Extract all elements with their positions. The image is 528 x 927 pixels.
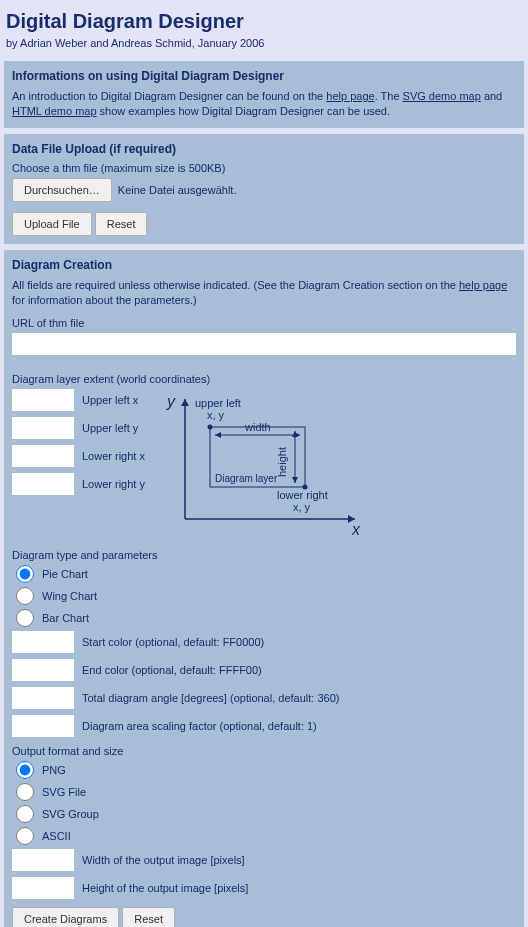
upper-left-x-label: Upper left x xyxy=(82,394,138,406)
svg-marker-8 xyxy=(215,432,221,438)
output-label: Output format and size xyxy=(12,745,516,757)
info-text-post: show examples how Digital Diagram Design… xyxy=(97,105,390,117)
info-text-pre: An introduction to Digital Diagram Desig… xyxy=(12,90,326,102)
creation-desc: All fields are required unless otherwise… xyxy=(12,278,516,309)
html-demo-link[interactable]: HTML demo map xyxy=(12,105,97,117)
bar-chart-radio[interactable] xyxy=(16,609,34,627)
creation-help-link[interactable]: help page xyxy=(459,279,507,291)
end-color-label: End color (optional, default: FFFF00) xyxy=(82,664,262,676)
end-color-input[interactable] xyxy=(12,659,74,681)
upload-panel: Data File Upload (if required) Choose a … xyxy=(4,134,524,244)
url-input[interactable] xyxy=(12,333,516,355)
ascii-radio[interactable] xyxy=(16,827,34,845)
info-panel-text: An introduction to Digital Diagram Desig… xyxy=(12,89,516,120)
angle-label: Total diagram angle [degrees] (optional,… xyxy=(82,692,339,704)
output-width-label: Width of the output image [pixels] xyxy=(82,854,245,866)
output-height-input[interactable] xyxy=(12,877,74,899)
upper-left-x-input[interactable] xyxy=(12,389,74,411)
svg-marker-12 xyxy=(292,477,298,483)
lower-right-x-label: Lower right x xyxy=(82,450,145,462)
ascii-label: ASCII xyxy=(42,830,71,842)
angle-input[interactable] xyxy=(12,687,74,709)
svg-group-label: SVG Group xyxy=(42,808,99,820)
svg-group-radio[interactable] xyxy=(16,805,34,823)
width-text: width xyxy=(244,421,271,433)
lower-right-y-label: Lower right y xyxy=(82,478,145,490)
lr-xy-text: x, y xyxy=(293,501,311,513)
browse-button[interactable]: Durchsuchen… xyxy=(12,178,112,202)
help-page-link[interactable]: help page xyxy=(326,90,374,102)
ul-xy-text: x, y xyxy=(207,409,225,421)
url-label: URL of thm file xyxy=(12,317,516,329)
start-color-label: Start color (optional, default: FF0000) xyxy=(82,636,264,648)
upper-left-y-label: Upper left y xyxy=(82,422,138,434)
png-label: PNG xyxy=(42,764,66,776)
byline: by Adrian Weber and Andreas Schmid, Janu… xyxy=(6,37,528,49)
bar-chart-label: Bar Chart xyxy=(42,612,89,624)
svg-marker-3 xyxy=(181,399,189,406)
scale-label: Diagram area scaling factor (optional, d… xyxy=(82,720,317,732)
lower-right-text: lower right xyxy=(277,489,328,501)
no-file-selected-text: Keine Datei ausgewählt. xyxy=(118,184,237,196)
info-panel-title: Informations on using Digital Diagram De… xyxy=(12,69,516,83)
layer-text: Diagram layer xyxy=(215,473,278,484)
creation-desc-pre: All fields are required unless otherwise… xyxy=(12,279,459,291)
x-axis-label: x xyxy=(351,521,361,538)
png-radio[interactable] xyxy=(16,761,34,779)
upper-left-text: upper left xyxy=(195,397,241,409)
pie-chart-radio[interactable] xyxy=(16,565,34,583)
output-height-label: Height of the output image [pixels] xyxy=(82,882,248,894)
height-text: height xyxy=(276,447,288,477)
info-panel: Informations on using Digital Diagram De… xyxy=(4,61,524,128)
upload-file-button[interactable]: Upload File xyxy=(12,212,92,236)
start-color-input[interactable] xyxy=(12,631,74,653)
upper-left-y-input[interactable] xyxy=(12,417,74,439)
type-label: Diagram type and parameters xyxy=(12,549,516,561)
lower-right-y-input[interactable] xyxy=(12,473,74,495)
extent-label: Diagram layer extent (world coordinates) xyxy=(12,373,516,385)
wing-chart-radio[interactable] xyxy=(16,587,34,605)
pie-chart-label: Pie Chart xyxy=(42,568,88,580)
wing-chart-label: Wing Chart xyxy=(42,590,97,602)
svg-point-5 xyxy=(207,424,212,429)
output-width-input[interactable] xyxy=(12,849,74,871)
svg-demo-link[interactable]: SVG demo map xyxy=(403,90,481,102)
creation-reset-button[interactable]: Reset xyxy=(122,907,175,927)
upload-panel-title: Data File Upload (if required) xyxy=(12,142,516,156)
creation-desc-post: for information about the parameters.) xyxy=(12,294,197,306)
creation-panel-title: Diagram Creation xyxy=(12,258,516,272)
extent-diagram: y x upper left x, y width height Diagram… xyxy=(155,389,516,541)
choose-file-label: Choose a thm file (maximum size is 500KB… xyxy=(12,162,516,174)
creation-panel: Diagram Creation All fields are required… xyxy=(4,250,524,927)
upload-reset-button[interactable]: Reset xyxy=(95,212,148,236)
info-text-mid2: and xyxy=(481,90,502,102)
svg-file-radio[interactable] xyxy=(16,783,34,801)
lower-right-x-input[interactable] xyxy=(12,445,74,467)
svg-file-label: SVG File xyxy=(42,786,86,798)
create-diagrams-button[interactable]: Create Diagrams xyxy=(12,907,119,927)
scale-input[interactable] xyxy=(12,715,74,737)
coordinate-diagram-svg: y x upper left x, y width height Diagram… xyxy=(155,389,365,539)
info-text-mid1: . The xyxy=(375,90,403,102)
y-axis-label: y xyxy=(166,393,176,410)
page-title: Digital Diagram Designer xyxy=(6,10,528,33)
